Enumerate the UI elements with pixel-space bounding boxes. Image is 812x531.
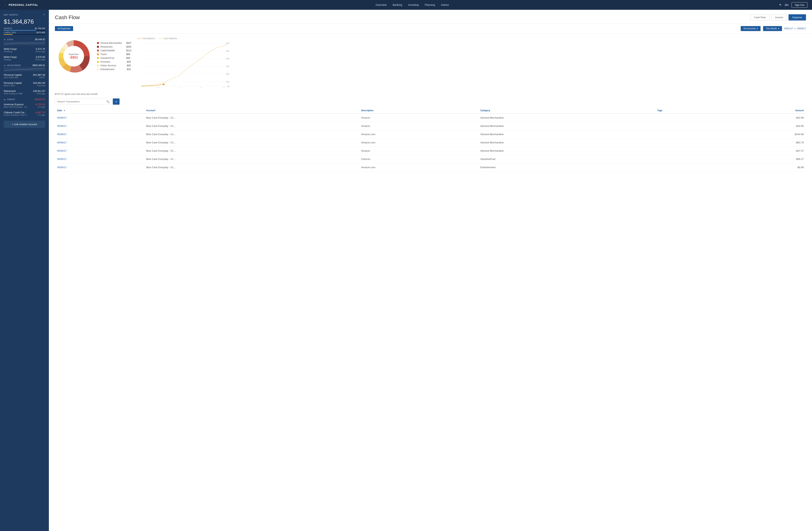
- cash-sparkline: [4, 42, 45, 45]
- account-amex[interactable]: American Express Blue Cash Everyday - X1…: [0, 102, 49, 109]
- account-retirement-401k[interactable]: Retirement 401k Ending in 7890 130,911.6…: [0, 88, 49, 96]
- cell-description: Amazon: [359, 122, 478, 130]
- legend-entertainment: Entertainment -$10: [97, 68, 131, 71]
- search-icon[interactable]: 🔍: [106, 100, 110, 103]
- this-month-line-icon: [137, 38, 141, 39]
- col-date[interactable]: Date ▼: [55, 108, 144, 114]
- legend-gasoline: Gasoline/Fuel $56: [97, 57, 131, 59]
- income-button[interactable]: Income: [771, 14, 787, 20]
- legend-name-0: General Merchandise: [100, 42, 125, 44]
- donut-label: Expenses: [69, 53, 79, 56]
- col-tags[interactable]: Tags: [655, 108, 716, 114]
- nav-investing[interactable]: Investing: [408, 3, 419, 6]
- top-navigation: ← PERSONAL CAPITAL Overview Banking Inve…: [0, 0, 812, 10]
- legend-name-7: Entertainment: [100, 68, 125, 71]
- search-input[interactable]: [55, 99, 111, 105]
- col-amount[interactable]: Amount: [716, 108, 806, 114]
- svg-text:14: 14: [178, 87, 180, 88]
- account-wells-fargo-savings[interactable]: Wells Fargo Savings 3,075.93 23 hrs ago: [0, 54, 49, 62]
- spent-info: $747.57 spent over this time last month.: [55, 93, 806, 95]
- legend-val-1: $204: [126, 45, 131, 48]
- legend-cable: Cable/Satellite $114: [97, 49, 131, 52]
- legend-color-cable: [97, 49, 99, 51]
- cell-tags: [655, 163, 716, 172]
- cell-account: Blue Cash Everyday - X1...: [144, 147, 359, 155]
- cell-category: General Merchandise: [478, 138, 655, 147]
- donut-chart: Expenses -$951: [55, 38, 92, 75]
- search-row: 🔍 ≡: [55, 99, 806, 105]
- cash-flow-button[interactable]: Cash Flow: [750, 14, 769, 20]
- this-month-label: THIS MONTH: [142, 38, 155, 40]
- assets-value: $1,738,342: [35, 27, 45, 29]
- back-arrow-icon[interactable]: ←: [4, 3, 7, 6]
- svg-text:$3K: $3K: [226, 65, 230, 68]
- table-filter-button[interactable]: ≡: [113, 99, 119, 105]
- table-row[interactable]: 05/08/17 Blue Cash Everyday - X1... Amaz…: [55, 130, 806, 138]
- account-personal-capital-401k[interactable]: Personal Capital Mary's 401k 163,591.50 …: [0, 80, 49, 88]
- line-chart-container: $6K $5K $4K $3K $2K $1K $0: [137, 41, 806, 89]
- col-description[interactable]: Description: [359, 108, 478, 114]
- nav-advice[interactable]: Advice: [441, 3, 449, 6]
- svg-text:$4K: $4K: [226, 58, 230, 60]
- nav-overview[interactable]: Overview: [376, 3, 387, 6]
- table-row[interactable]: 05/08/17 Blue Cash Everyday - X1... Amaz…: [55, 122, 806, 130]
- table-row[interactable]: 05/08/17 Blue Cash Everyday - X1... Amaz…: [55, 114, 806, 122]
- date-range: 05/01/17 to 05/09/17: [784, 27, 806, 30]
- net-worth-label: NET WORTH: [4, 14, 18, 16]
- content-header: Cash Flow Cash Flow Income Expense: [49, 10, 812, 24]
- svg-text:07: 07: [157, 87, 159, 88]
- cell-date: 05/08/17: [55, 114, 144, 122]
- date-sort-icon: ▼: [63, 109, 65, 112]
- svg-text:$6K: $6K: [226, 42, 230, 44]
- cell-tags: [655, 114, 716, 122]
- expense-button[interactable]: Expense: [788, 14, 806, 20]
- credit-label: CREDIT: [4, 99, 15, 101]
- transactions-table: Date ▼ Account Description Category Tags…: [55, 108, 806, 172]
- nav-banking[interactable]: Banking: [393, 3, 402, 6]
- legend-val-2: $114: [126, 49, 131, 52]
- investment-sparkline: [4, 68, 45, 71]
- link-account-button[interactable]: + Link Another Account: [4, 121, 45, 128]
- svg-text:$0: $0: [228, 86, 230, 88]
- period-dropdown[interactable]: This Month ▾: [763, 26, 782, 31]
- cell-description: Chevron: [359, 155, 478, 163]
- cell-tags: [655, 147, 716, 155]
- net-worth-value: $1,364,876: [0, 18, 49, 26]
- all-expenses-tag[interactable]: All Expenses: [55, 26, 73, 31]
- nav-planning[interactable]: Planning: [425, 3, 435, 6]
- table-row[interactable]: 05/05/17 Blue Cash Everyday - X1... Amaz…: [55, 147, 806, 155]
- date-from: 05/01/17: [784, 27, 793, 30]
- cash-expand-icon: [4, 39, 6, 40]
- col-category[interactable]: Category: [478, 108, 655, 114]
- last-month-legend: LAST MONTH: [159, 38, 177, 40]
- legend-color-gasoline: [97, 57, 99, 59]
- table-row[interactable]: 05/08/17 Blue Cash Everyday - X1... Amaz…: [55, 138, 806, 147]
- cash-section-header[interactable]: CASH $8,448.62: [0, 36, 49, 42]
- liabilities-label: LIABILITIES: [4, 32, 16, 34]
- cell-description: Amazon: [359, 114, 478, 122]
- date-to: 05/09/17: [797, 27, 806, 30]
- accounts-dropdown[interactable]: All Accounts ▾: [741, 26, 761, 31]
- table-row[interactable]: 05/05/17 Blue Cash Everyday - X1... Amaz…: [55, 163, 806, 172]
- charts-area: Expenses -$951 General Merchandise $427 …: [49, 34, 812, 93]
- user-menu[interactable]: Jim: [785, 3, 789, 6]
- page-title: Cash Flow: [55, 14, 80, 20]
- line-chart-legend: THIS MONTH LAST MONTH: [137, 38, 806, 40]
- search-input-wrap: 🔍: [55, 99, 111, 105]
- donut-value: -$951: [69, 56, 79, 60]
- legend-online: Online Services -$25: [97, 64, 131, 67]
- investment-section-header[interactable]: INVESTMENT $905,406.81: [0, 62, 49, 68]
- cell-category: General Merchandise: [478, 114, 655, 122]
- cell-date: 05/08/17: [55, 138, 144, 147]
- account-personal-capital-ira[interactable]: Personal Capital John Smith IRA 261,987.…: [0, 72, 49, 80]
- account-wells-fargo-checking[interactable]: Wells Fargo Checking 5,372.70 23 hrs ago: [0, 46, 49, 54]
- brand[interactable]: ← PERSONAL CAPITAL: [4, 3, 38, 6]
- account-citibank[interactable]: Citibank Credit Car... Costco Anywhere V…: [0, 109, 49, 118]
- table-row[interactable]: 05/05/17 Blue Cash Everyday - X1... Chev…: [55, 155, 806, 163]
- sign-out-button[interactable]: Sign Out: [792, 2, 808, 8]
- cell-date: 05/05/17: [55, 163, 144, 172]
- col-account[interactable]: Account: [144, 108, 359, 114]
- cell-category: General Merchandise: [478, 130, 655, 138]
- add-account-icon[interactable]: +: [43, 13, 45, 17]
- credit-section-header[interactable]: CREDIT -$9,822.62: [0, 96, 49, 102]
